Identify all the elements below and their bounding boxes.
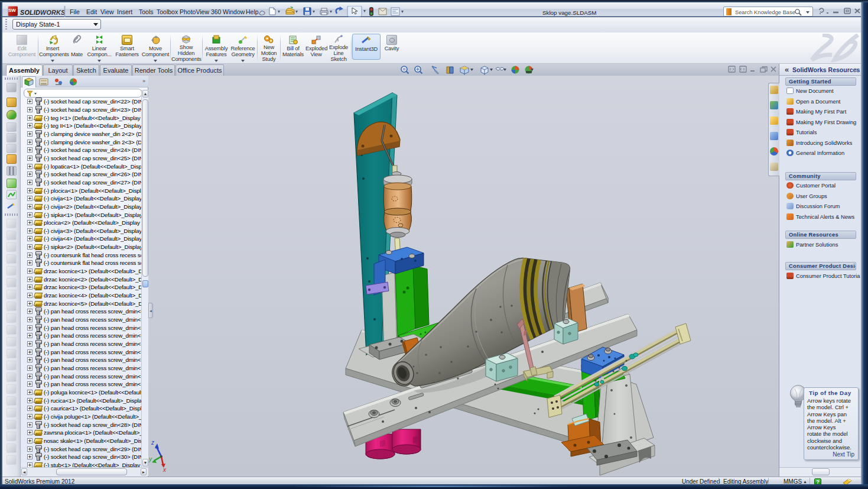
- svg-text:x: x: [162, 467, 167, 473]
- svg-text:z: z: [151, 439, 154, 446]
- svg-text:y: y: [148, 456, 152, 462]
